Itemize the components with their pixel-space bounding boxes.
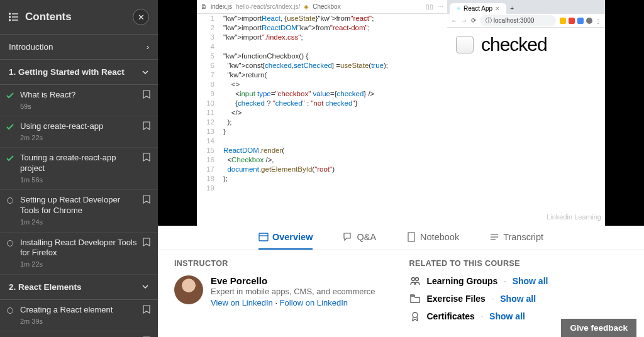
code-line: 12 ); [197, 118, 447, 127]
browser-tab[interactable]: ⚛ React App ✕ [450, 3, 506, 14]
tab-qa[interactable]: Q&A [343, 226, 376, 250]
section-heading: RELATED TO THIS COURSE [409, 259, 628, 268]
show-all-link[interactable]: Show all [513, 276, 548, 286]
ext-icon[interactable] [560, 18, 566, 24]
lesson-item[interactable]: Touring a create-react-app project1m 56s [0, 148, 158, 190]
instructor-avatar[interactable] [174, 275, 203, 304]
section-2-header[interactable]: 2. React Elements [0, 275, 158, 300]
view-linkedin-link[interactable]: View on LinkedIn [211, 298, 273, 307]
code-line: 15ReactDOM.render( [197, 146, 447, 155]
browser-preview-pane: ⚛ React App ✕ + ← → ⟳ ⓘ localhost:3000 ⋮ [447, 0, 605, 226]
code-line: 4 [197, 42, 447, 52]
tab-label: Q&A [357, 232, 376, 242]
lesson-item[interactable]: Rendering multiple React elements57s [0, 331, 158, 337]
url-text: localhost:3000 [494, 17, 535, 24]
svg-point-12 [411, 278, 414, 281]
url-field[interactable]: ⓘ localhost:3000 [480, 15, 556, 26]
bookmark-icon[interactable] [143, 238, 150, 246]
lesson-item[interactable]: Installing React Developer Tools for Fir… [0, 233, 158, 275]
course-tabs: Overview Q&A Notebook Transcript [158, 226, 644, 250]
breadcrumb-item: Checkbox [313, 3, 340, 10]
tab-transcript[interactable]: Transcript [489, 226, 543, 250]
reload-icon[interactable]: ⟳ [471, 17, 476, 24]
follow-linkedin-link[interactable]: Follow on LinkedIn [280, 298, 348, 307]
code-line: 6 "kw">const [checked, setChecked] = use… [197, 61, 447, 70]
code-line: 19 [197, 184, 447, 193]
lesson-title: Creating a React element [20, 305, 139, 316]
related-label: Certificates [427, 311, 475, 321]
sidebar-title: Contents [25, 11, 72, 23]
cube-icon: ◈ [304, 3, 309, 10]
ext-icon[interactable] [569, 18, 575, 24]
related-label: Learning Groups [427, 276, 498, 286]
code-line: 17 document.getElementById("root") [197, 165, 447, 174]
code-body: 1"kw">import React, { useState } "kw">fr… [197, 14, 447, 193]
split-icon[interactable]: ▯▯ [426, 3, 433, 10]
new-tab-button[interactable]: + [506, 3, 518, 14]
show-all-link[interactable]: Show all [500, 294, 536, 304]
section-1-header[interactable]: 1. Getting Started with React [0, 60, 158, 85]
code-line: 16 <Checkbox />, [197, 155, 447, 165]
section-introduction[interactable]: Introduction › [0, 35, 158, 60]
lesson-item[interactable]: What is React?59s [0, 85, 158, 116]
instructor-name: Eve Porcello [211, 275, 375, 286]
code-line: 2"kw">import ReactDOM "kw">from "react-d… [197, 23, 447, 33]
bookmark-icon[interactable] [143, 195, 150, 204]
section-heading: INSTRUCTOR [174, 259, 393, 268]
lesson-status-icon [5, 306, 15, 316]
lesson-item[interactable]: Using create-react-app2m 22s [0, 116, 158, 148]
close-tab-icon[interactable]: ✕ [495, 6, 500, 12]
code-line: 14 [197, 136, 447, 146]
section-label: 1. Getting Started with React [9, 67, 125, 77]
show-all-link[interactable]: Show all [489, 311, 525, 321]
lesson-title: Using create-react-app [20, 121, 139, 132]
lesson-duration: 2m 22s [20, 133, 139, 142]
bookmark-icon[interactable] [143, 121, 150, 130]
svg-point-14 [413, 312, 418, 318]
lesson-item[interactable]: Setting up React Developer Tools for Chr… [0, 190, 158, 232]
give-feedback-button[interactable]: Give feedback [561, 319, 636, 337]
nav-back-icon[interactable]: ← [451, 17, 457, 24]
section-label: Introduction [9, 42, 53, 52]
svg-rect-6 [259, 233, 268, 241]
related-section: RELATED TO THIS COURSE Learning Groups·S… [409, 259, 628, 328]
lesson-duration: 1m 24s [20, 218, 139, 226]
code-line: 3"kw">import "./index.css"; [197, 33, 447, 42]
lesson-title: Setting up React Developer Tools for Chr… [20, 195, 139, 216]
more-icon[interactable]: ⋯ [437, 3, 443, 10]
close-sidebar-button[interactable]: ✕ [133, 9, 149, 25]
section-label: 2. React Elements [9, 282, 82, 292]
tab-label: Notebook [420, 232, 459, 242]
code-line: 8 <> [197, 80, 447, 89]
tab-label: Overview [272, 232, 313, 242]
code-line: 18); [197, 174, 447, 184]
bookmark-icon[interactable] [143, 305, 150, 314]
code-editor-pane: 🗎 index.js hello-react/src/index.js/ ◈ C… [197, 0, 447, 226]
browser-tabs: ⚛ React App ✕ + [447, 0, 605, 14]
ext-icon[interactable] [577, 18, 584, 24]
breadcrumb: hello-react/src/index.js/ [236, 3, 300, 10]
nav-fwd-icon[interactable]: → [461, 17, 467, 24]
video-player[interactable]: 🗎 index.js hello-react/src/index.js/ ◈ C… [158, 0, 644, 226]
overview-icon [258, 232, 269, 242]
related-item: Learning Groups·Show all [409, 275, 628, 287]
lesson-title: Touring a create-react-app project [20, 153, 139, 174]
chevron-right-icon: › [147, 42, 149, 52]
tab-overview[interactable]: Overview [258, 226, 313, 250]
checkbox-input[interactable] [456, 36, 474, 53]
ext-icon[interactable] [586, 18, 592, 24]
qa-icon [343, 232, 353, 242]
transcript-icon [489, 232, 499, 242]
lesson-duration: 59s [20, 102, 139, 111]
bookmark-icon[interactable] [143, 153, 150, 162]
code-line: 9 <input type="checkbox" value={checked}… [197, 89, 447, 99]
lesson-status-icon [5, 238, 15, 248]
react-icon: ⚛ [456, 6, 461, 12]
code-line: 10 {checked ? "checked" : "not checked"} [197, 99, 447, 108]
lesson-status-icon [5, 122, 15, 132]
tab-notebook[interactable]: Notebook [406, 226, 459, 250]
bookmark-icon[interactable] [143, 90, 150, 99]
menu-icon[interactable]: ⋮ [595, 18, 601, 24]
lesson-item[interactable]: Creating a React element2m 39s [0, 300, 158, 331]
notebook-icon [406, 232, 416, 242]
